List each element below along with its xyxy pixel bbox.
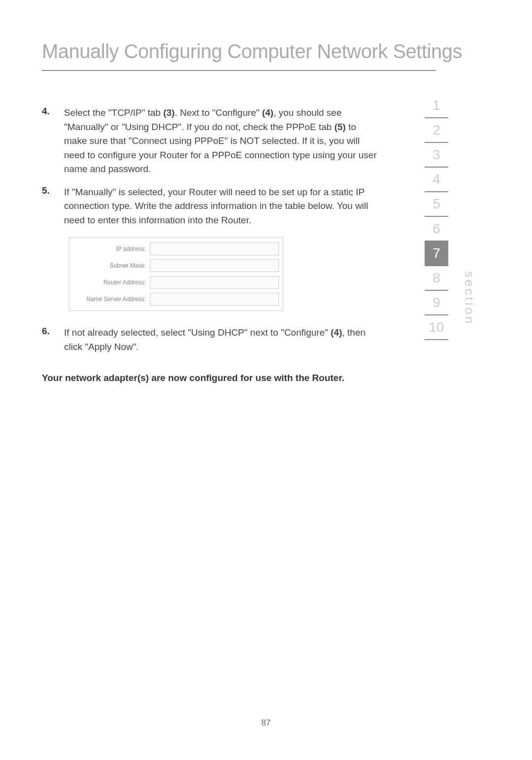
step-6: 6. If not already selected, select "Usin… — [42, 326, 377, 354]
step-text: If "Manually" is selected, your Router w… — [64, 185, 377, 228]
nav-item-4[interactable]: 4 — [425, 168, 448, 192]
nav-item-6[interactable]: 6 — [425, 217, 448, 242]
address-table: IP address: Subnet Mask: Router Address:… — [69, 237, 283, 311]
section-label: section — [462, 271, 477, 325]
nav-item-2[interactable]: 2 — [425, 118, 448, 143]
step-5: 5. If "Manually" is selected, your Route… — [42, 185, 377, 228]
step-number: 6. — [42, 326, 64, 354]
nav-item-5[interactable]: 5 — [425, 192, 448, 217]
step-text: Select the "TCP/IP" tab (3). Next to "Co… — [64, 106, 377, 176]
router-address-field — [150, 276, 279, 289]
step-text: If not already selected, select "Using D… — [64, 326, 377, 354]
nav-item-10[interactable]: 10 — [425, 315, 448, 340]
nav-item-3[interactable]: 3 — [425, 143, 448, 168]
nav-item-7[interactable]: 7 — [425, 242, 448, 266]
closing-statement: Your network adapter(s) are now configur… — [42, 373, 377, 383]
table-row: Router Address: — [69, 274, 283, 291]
ip-address-label: IP address: — [73, 245, 150, 252]
name-server-field — [150, 293, 279, 306]
table-row: Name Server Address: — [69, 291, 283, 308]
step-4: 4. Select the "TCP/IP" tab (3). Next to … — [42, 106, 377, 176]
router-address-label: Router Address: — [73, 279, 150, 286]
title-underline — [42, 70, 436, 71]
step-number: 4. — [42, 106, 64, 176]
ip-address-field — [150, 242, 279, 255]
table-row: IP address: — [69, 241, 283, 257]
section-nav: 1 2 3 4 5 6 7 8 9 10 — [425, 94, 448, 340]
subnet-mask-label: Subnet Mask: — [73, 262, 150, 269]
nav-item-8[interactable]: 8 — [425, 266, 448, 291]
table-row: Subnet Mask: — [69, 257, 283, 274]
step-number: 5. — [42, 185, 64, 228]
page-title: Manually Configuring Computer Network Se… — [42, 40, 462, 63]
name-server-label: Name Server Address: — [73, 296, 150, 303]
nav-item-1[interactable]: 1 — [425, 94, 448, 118]
main-content: 4. Select the "TCP/IP" tab (3). Next to … — [42, 106, 377, 383]
nav-item-9[interactable]: 9 — [425, 291, 448, 315]
page-number: 87 — [262, 718, 271, 728]
subnet-mask-field — [150, 259, 279, 272]
